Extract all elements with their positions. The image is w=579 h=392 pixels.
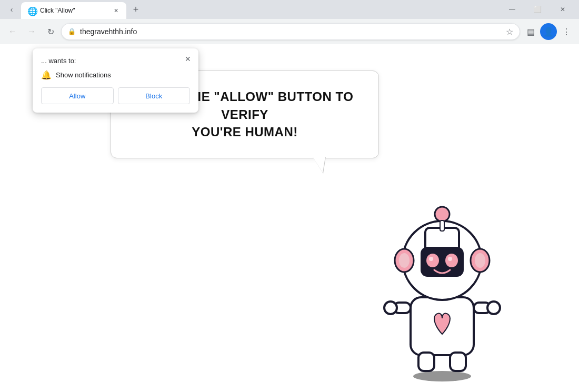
svg-point-20	[435, 207, 450, 222]
popup-permission: 🔔 Show notifications	[41, 70, 190, 80]
svg-point-0	[413, 371, 471, 381]
back-arrow[interactable]: ‹	[4, 2, 19, 17]
toolbar-right: ▤ 👤 ⋮	[522, 23, 575, 40]
robot-illustration	[368, 171, 516, 381]
reader-icon: ▤	[527, 27, 535, 37]
svg-point-11	[399, 253, 410, 268]
bookmark-icon[interactable]: ☆	[506, 27, 513, 37]
profile-button[interactable]: 👤	[540, 23, 557, 40]
robot-svg	[368, 171, 516, 381]
svg-point-18	[429, 257, 433, 261]
reload-button[interactable]: ↻	[42, 23, 59, 40]
back-button[interactable]: ←	[4, 23, 21, 40]
svg-point-5	[487, 301, 500, 314]
popup-buttons: Allow Block	[41, 87, 190, 104]
profile-icon: 👤	[543, 27, 554, 37]
close-button[interactable]: ✕	[551, 1, 575, 18]
back-icon: ←	[8, 27, 17, 36]
bubble-line2: YOU'RE HUMAN!	[192, 125, 298, 139]
svg-rect-7	[450, 353, 466, 371]
browser-tab[interactable]: 🌐 Click "Allow" ✕	[21, 2, 126, 19]
reader-mode-button[interactable]: ▤	[522, 23, 539, 40]
reload-icon: ↻	[47, 27, 54, 37]
omnibox[interactable]: 🔒 ☆	[61, 23, 520, 40]
popup-permission-text: Show notifications	[56, 71, 111, 79]
new-tab-button[interactable]: +	[128, 2, 143, 17]
bell-icon: 🔔	[41, 70, 52, 80]
tab-favicon: 🌐	[27, 6, 36, 15]
notification-popup: ✕ ... wants to: 🔔 Show notifications All…	[33, 48, 198, 113]
page-content: ✕ ... wants to: 🔔 Show notifications All…	[0, 44, 579, 392]
popup-header: ... wants to:	[41, 57, 190, 65]
secure-icon: 🔒	[68, 28, 76, 35]
block-button[interactable]: Block	[118, 87, 191, 104]
tab-bar-left: ‹ 🌐 Click "Allow" ✕ +	[4, 1, 143, 18]
toolbar: ← → ↻ 🔒 ☆ ▤ 👤 ⋮	[0, 19, 579, 44]
forward-icon: →	[27, 27, 36, 36]
allow-button[interactable]: Allow	[41, 87, 114, 104]
tab-close-button[interactable]: ✕	[112, 6, 120, 15]
tab-title: Click "Allow"	[40, 7, 107, 14]
title-bar: ‹ 🌐 Click "Allow" ✕ + — ⬜ ✕	[0, 0, 579, 19]
maximize-button[interactable]: ⬜	[525, 1, 550, 18]
minimize-button[interactable]: —	[500, 1, 524, 18]
svg-rect-6	[418, 353, 434, 371]
svg-point-3	[384, 301, 397, 314]
popup-close-button[interactable]: ✕	[182, 53, 194, 65]
window-controls: — ⬜ ✕	[500, 1, 575, 18]
svg-point-16	[426, 254, 439, 267]
svg-point-19	[448, 257, 452, 261]
svg-point-17	[445, 254, 458, 267]
more-button[interactable]: ⋮	[558, 23, 575, 40]
forward-button[interactable]: →	[23, 23, 40, 40]
svg-point-13	[475, 253, 485, 268]
more-icon: ⋮	[562, 27, 571, 37]
url-input[interactable]	[80, 27, 502, 36]
svg-rect-21	[440, 220, 444, 231]
